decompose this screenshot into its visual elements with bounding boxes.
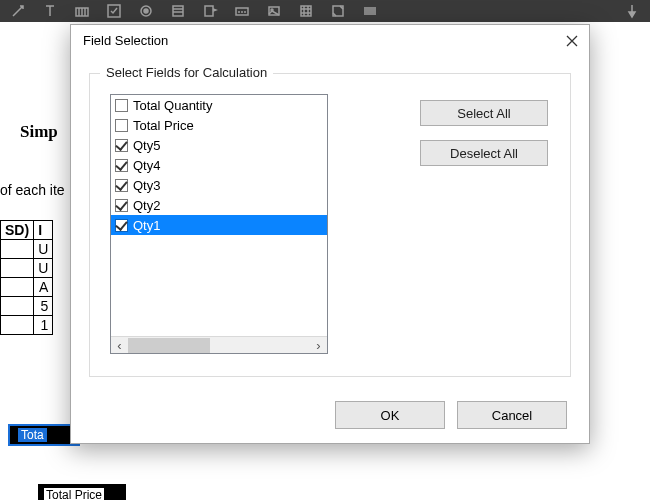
field-checkbox[interactable] <box>115 139 128 152</box>
tool-icon-12[interactable] <box>362 3 378 19</box>
field-label: Total Quantity <box>133 98 213 113</box>
field-label: Total Price <box>133 118 194 133</box>
ok-button[interactable]: OK <box>335 401 445 429</box>
field-label: Qty3 <box>133 178 160 193</box>
tool-icon-8[interactable] <box>234 3 250 19</box>
fields-listbox[interactable]: Total QuantityTotal PriceQty5Qty4Qty3Qty… <box>110 94 328 354</box>
tool-icon-11[interactable] <box>330 3 346 19</box>
cancel-button[interactable]: Cancel <box>457 401 567 429</box>
field-checkbox[interactable] <box>115 119 128 132</box>
group-label: Select Fields for Calculation <box>100 65 273 80</box>
tool-icon-2[interactable] <box>42 3 58 19</box>
close-icon[interactable] <box>565 34 579 48</box>
pin-icon[interactable] <box>624 3 640 19</box>
field-label: Qty1 <box>133 218 160 233</box>
field-row[interactable]: Qty5 <box>111 135 327 155</box>
field-checkbox[interactable] <box>115 219 128 232</box>
tool-icon-3[interactable] <box>74 3 90 19</box>
dialog-title: Field Selection <box>83 33 168 48</box>
tool-icon-1[interactable] <box>10 3 26 19</box>
field-checkbox[interactable] <box>115 99 128 112</box>
svg-rect-5 <box>205 6 213 16</box>
field-checkbox[interactable] <box>115 159 128 172</box>
calculation-fields-group: Select Fields for Calculation Total Quan… <box>89 73 571 377</box>
tool-icon-9[interactable] <box>266 3 282 19</box>
field-row[interactable]: Total Price <box>111 115 327 135</box>
app-toolbar <box>0 0 650 22</box>
field-row[interactable]: Qty1 <box>111 215 327 235</box>
field-row[interactable]: Qty3 <box>111 175 327 195</box>
tool-icon-10[interactable] <box>298 3 314 19</box>
select-all-button[interactable]: Select All <box>420 100 548 126</box>
scroll-left-arrow[interactable]: ‹ <box>111 337 128 354</box>
svg-rect-9 <box>301 6 311 16</box>
tool-icon-5[interactable] <box>138 3 154 19</box>
tool-icon-7[interactable] <box>202 3 218 19</box>
listbox-horizontal-scrollbar[interactable]: ‹ › <box>111 336 327 353</box>
scroll-right-arrow[interactable]: › <box>310 337 327 354</box>
doc-table-fragment: SD)I U U A 5 1 <box>0 220 53 335</box>
form-field-total-price[interactable]: Total Price <box>38 484 126 500</box>
doc-heading-fragment: Simp <box>20 122 58 142</box>
scroll-track[interactable] <box>128 337 310 354</box>
field-checkbox[interactable] <box>115 179 128 192</box>
svg-point-3 <box>144 9 148 13</box>
deselect-all-button[interactable]: Deselect All <box>420 140 548 166</box>
scroll-thumb[interactable] <box>128 338 210 353</box>
field-row[interactable]: Qty4 <box>111 155 327 175</box>
doc-body-fragment: of each ite <box>0 182 65 198</box>
field-label: Qty4 <box>133 158 160 173</box>
field-checkbox[interactable] <box>115 199 128 212</box>
tool-icon-4[interactable] <box>106 3 122 19</box>
field-selection-dialog: Field Selection Select Fields for Calcul… <box>70 24 590 444</box>
field-row[interactable]: Total Quantity <box>111 95 327 115</box>
field-row[interactable]: Qty2 <box>111 195 327 215</box>
svg-rect-4 <box>173 6 183 16</box>
tool-icon-6[interactable] <box>170 3 186 19</box>
field-label: Qty2 <box>133 198 160 213</box>
field-label: Qty5 <box>133 138 160 153</box>
